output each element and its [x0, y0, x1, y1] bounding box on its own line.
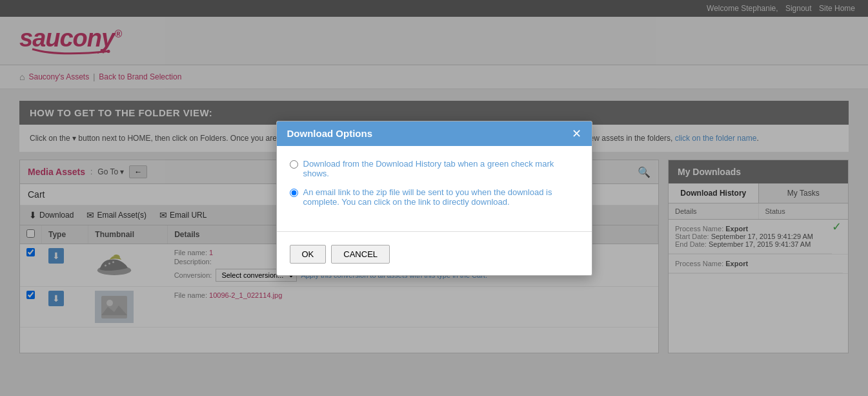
- modal-body: Download from the Download History tab w…: [277, 146, 592, 225]
- modal-title: Download Options: [287, 128, 373, 139]
- option2-text: An email link to the zip file will be se…: [303, 187, 579, 207]
- radio-option-2: An email link to the zip file will be se…: [290, 187, 579, 207]
- modal-overlay: Download Options ✕ Download from the Dow…: [0, 0, 868, 353]
- modal-close-button[interactable]: ✕: [572, 128, 581, 140]
- radio-email-link[interactable]: [290, 189, 298, 197]
- download-options-modal: Download Options ✕ Download from the Dow…: [276, 121, 592, 276]
- cancel-button[interactable]: CANCEL: [331, 245, 390, 264]
- ok-button[interactable]: OK: [290, 245, 327, 264]
- option1-text: Download from the Download History tab w…: [303, 159, 579, 178]
- radio-download-history[interactable]: [290, 160, 298, 169]
- modal-footer: OK CANCEL: [277, 238, 592, 275]
- modal-divider: [277, 231, 592, 232]
- radio-option-1: Download from the Download History tab w…: [290, 159, 579, 178]
- modal-header: Download Options ✕: [277, 121, 592, 146]
